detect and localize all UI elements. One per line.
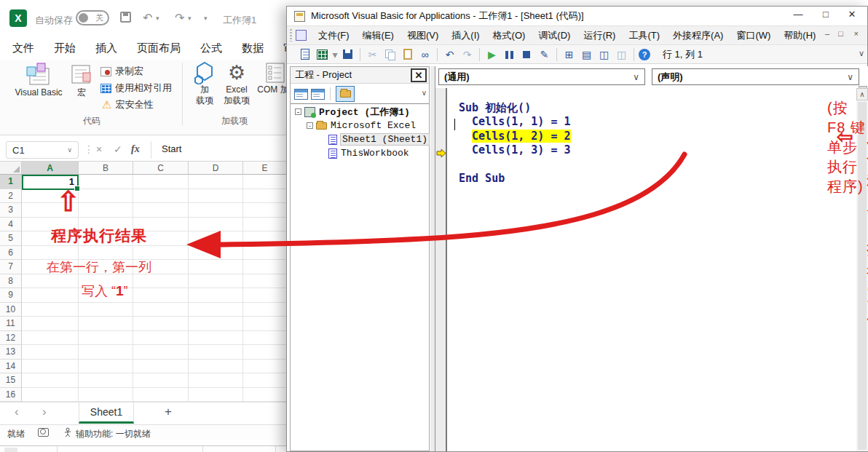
cell-E14[interactable] — [243, 360, 287, 374]
column-header-A[interactable]: A — [22, 162, 79, 175]
cell-B14[interactable] — [79, 360, 133, 374]
vba-maximize-button[interactable]: □ — [815, 9, 837, 23]
procedure-dropdown[interactable]: (声明) ∨ — [652, 68, 859, 85]
paste-icon[interactable] — [403, 49, 412, 60]
cell-D14[interactable] — [189, 360, 243, 374]
menubar-grip[interactable] — [290, 29, 292, 41]
cell-B13[interactable] — [79, 345, 133, 360]
code-line-5[interactable] — [449, 158, 856, 172]
cell-A15[interactable] — [22, 373, 79, 388]
vba-menu-W[interactable]: 窗口(W) — [730, 29, 777, 42]
cell-D11[interactable] — [189, 317, 243, 331]
cell-D3[interactable] — [189, 203, 243, 218]
excel-addins-button[interactable]: ⚙ Excel 加载项 — [220, 61, 253, 106]
column-header-C[interactable]: C — [133, 162, 189, 175]
cell-E13[interactable] — [243, 345, 287, 360]
row-header-14[interactable]: 14 — [0, 360, 22, 374]
cell-A10[interactable] — [22, 303, 79, 317]
cell-C2[interactable] — [133, 189, 189, 204]
view-code-icon[interactable] — [301, 49, 309, 60]
cell-E9[interactable] — [243, 288, 287, 303]
sheet-prev-icon[interactable]: ‹ — [15, 405, 19, 419]
cell-E7[interactable] — [243, 260, 287, 274]
cell-B15[interactable] — [79, 373, 133, 388]
sheet-tab-sheet1[interactable]: Sheet1 — [79, 403, 134, 424]
cell-C16[interactable] — [133, 388, 189, 403]
properties-window-icon[interactable]: ▤ — [579, 47, 594, 62]
row-header-16[interactable]: 16 — [0, 388, 22, 403]
cell-E1[interactable] — [243, 175, 287, 189]
cell-B2[interactable] — [79, 189, 133, 204]
row-header-12[interactable]: 12 — [0, 331, 22, 346]
name-box-chevron-icon[interactable]: ∨ — [67, 146, 72, 154]
cell-B3[interactable] — [79, 203, 133, 218]
tree-item-Sheet1[interactable]: Sheet1 (Sheet1) — [291, 132, 429, 146]
cell-A8[interactable] — [22, 274, 79, 289]
row-header-5[interactable]: 5 — [0, 231, 22, 246]
column-header-E[interactable]: E — [243, 162, 287, 175]
cell-B11[interactable] — [79, 317, 133, 331]
cut-icon[interactable]: ✂ — [365, 47, 380, 62]
vba-menu-T[interactable]: 工具(T) — [622, 29, 666, 42]
vba-save-icon[interactable] — [343, 49, 352, 59]
tree-item-ThisWorkbook[interactable]: ThisWorkbook — [291, 146, 429, 160]
row-header-6[interactable]: 6 — [0, 246, 22, 261]
vba-menu-D[interactable]: 调试(D) — [532, 29, 577, 42]
column-header-D[interactable]: D — [189, 162, 243, 175]
row-header-4[interactable]: 4 — [0, 218, 22, 232]
cell-D6[interactable] — [189, 246, 243, 261]
code-line-1[interactable]: Sub 初始化() — [449, 101, 856, 115]
vba-close-button[interactable]: ✕ — [841, 9, 863, 23]
code-line-6[interactable]: End Sub — [449, 172, 856, 186]
vba-menu-E[interactable]: 编辑(E) — [356, 29, 401, 42]
visual-basic-button[interactable]: Visual Basic — [12, 63, 66, 98]
vba-menu-H[interactable]: 帮助(H) — [777, 29, 822, 42]
row-header-15[interactable]: 15 — [0, 373, 22, 388]
cell-C8[interactable] — [133, 274, 189, 289]
select-all-corner[interactable] — [0, 162, 22, 175]
cell-A12[interactable] — [22, 331, 79, 346]
macro-record-icon[interactable] — [38, 428, 49, 437]
cell-C3[interactable] — [133, 203, 189, 218]
cell-D12[interactable] — [189, 331, 243, 346]
qat-more-icon[interactable]: ▾ — [204, 15, 208, 22]
redo-icon[interactable]: ↷ — [175, 11, 184, 25]
child-minimize-icon[interactable]: – — [825, 29, 829, 38]
code-margin-bar[interactable] — [435, 88, 447, 451]
cell-E3[interactable] — [243, 203, 287, 218]
cell-D15[interactable] — [189, 373, 243, 388]
cell-D1[interactable] — [189, 175, 243, 189]
cancel-entry-icon[interactable]: × — [96, 143, 102, 155]
cell-C13[interactable] — [133, 345, 189, 360]
enter-entry-icon[interactable]: ✓ — [114, 143, 122, 155]
undo-icon[interactable]: ↶ — [143, 11, 152, 25]
cell-C14[interactable] — [133, 360, 189, 374]
vba-redo-icon[interactable]: ↷ — [459, 47, 475, 62]
name-box[interactable]: C1 ∨ — [6, 141, 79, 159]
find-icon[interactable]: ∞ — [417, 47, 433, 62]
vba-undo-icon[interactable]: ↶ — [442, 47, 457, 62]
undo-dropdown-icon[interactable]: ▾ — [156, 15, 159, 22]
tree-item-project[interactable]: - Project (工作簿1) — [291, 105, 429, 119]
child-restore-icon[interactable]: □ — [838, 29, 843, 38]
macros-button[interactable]: 宏 — [67, 63, 96, 98]
collapse-icon[interactable]: - — [295, 108, 301, 115]
break-button-icon[interactable] — [502, 47, 517, 62]
vba-menu-A[interactable]: 外接程序(A) — [666, 29, 730, 42]
ribbon-tab-插入[interactable]: 插入 — [95, 41, 117, 55]
vba-minimize-button[interactable]: — — [787, 9, 809, 23]
row-header-3[interactable]: 3 — [0, 203, 22, 218]
view-excel-dropdown-icon[interactable]: ▾ — [332, 47, 338, 62]
cell-C12[interactable] — [133, 331, 189, 346]
cell-E16[interactable] — [243, 388, 287, 403]
ribbon-tab-页面布局[interactable]: 页面布局 — [137, 41, 181, 55]
project-toolbar-overflow-icon[interactable]: ∨ — [422, 89, 427, 97]
toggle-folders-button[interactable] — [336, 86, 355, 102]
addins-button[interactable]: 加 载项 — [189, 61, 220, 106]
object-browser-icon[interactable]: ◫ — [596, 47, 612, 62]
macro-security-button[interactable]: ⚠ 宏安全性 — [102, 98, 153, 111]
cell-B1[interactable] — [79, 175, 133, 189]
row-header-1[interactable]: 1 — [0, 175, 22, 189]
cell-C15[interactable] — [133, 373, 189, 388]
row-header-2[interactable]: 2 — [0, 189, 22, 204]
